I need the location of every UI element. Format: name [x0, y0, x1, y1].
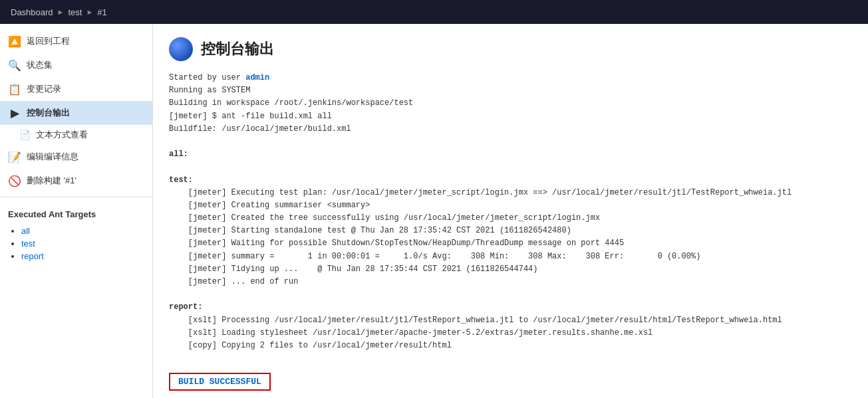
- sidebar-divider: [0, 197, 152, 197]
- console-line: [jmeter] Created the tree successfully u…: [169, 213, 600, 223]
- ant-target-item: all: [21, 225, 144, 237]
- ant-target-item: report: [21, 250, 144, 262]
- console-line: test:: [169, 175, 193, 185]
- ant-target-link[interactable]: test: [21, 239, 35, 249]
- page-title: 控制台输出: [201, 39, 274, 59]
- console-line: Building in workspace /root/.jenkins/wor…: [169, 98, 413, 108]
- sidebar-item-edit[interactable]: 📝 编辑编译信息: [0, 145, 152, 169]
- topbar-dashboard-link[interactable]: Dashboard: [11, 7, 53, 17]
- status-icon: 🔍: [8, 58, 21, 72]
- sidebar-item-edit-label: 编辑编译信息: [27, 151, 78, 163]
- sidebar-item-textview-label: 文本方式查看: [36, 129, 88, 141]
- topbar: Dashboard ► test ► #1: [0, 0, 868, 24]
- sidebar-item-textview[interactable]: 📄 文本方式查看: [0, 125, 152, 145]
- console-line: [jmeter] Creating summariser <summary>: [169, 201, 370, 210]
- sidebar-item-console[interactable]: ▶ 控制台输出: [0, 101, 152, 125]
- build-successful-box: BUILD SUCCESSFUL: [169, 373, 271, 391]
- sidebar-item-back[interactable]: 🔼 返回到工程: [0, 29, 152, 53]
- console-line: all:: [169, 149, 188, 159]
- sidebar-item-delete-label: 删除构建 '#1': [27, 175, 76, 187]
- console-line: [copy] Copying 2 files to /usr/local/jme…: [169, 341, 452, 350]
- console-line: Started by user admin: [169, 73, 269, 82]
- ant-target-link[interactable]: all: [21, 226, 30, 236]
- sidebar-item-changes-label: 变更记录: [27, 83, 61, 95]
- ant-target-link[interactable]: report: [21, 251, 44, 261]
- edit-icon: 📝: [8, 150, 21, 163]
- sidebar-item-changes[interactable]: 📋 变更记录: [0, 77, 152, 101]
- executed-ant-section: Executed Ant Targets alltestreport: [0, 201, 152, 265]
- console-line: [jmeter] $ ant -file build.xml all: [169, 112, 332, 121]
- arrow-up-icon: 🔼: [8, 35, 21, 48]
- console-output-icon: [169, 37, 193, 61]
- textview-icon: 📄: [19, 129, 31, 141]
- console-icon: ▶: [8, 106, 21, 120]
- layout: 🔼 返回到工程 🔍 状态集 📋 变更记录 ▶ 控制台输出 📄 文本方式查看 📝 …: [0, 24, 868, 398]
- sidebar-item-delete[interactable]: 🚫 删除构建 '#1': [0, 169, 152, 193]
- console-output: Started by user admin Running as SYSTEM …: [169, 72, 852, 365]
- console-line: report:: [169, 302, 202, 312]
- sidebar-item-status-label: 状态集: [27, 59, 53, 71]
- topbar-sep2: ►: [86, 8, 93, 16]
- console-line: [xslt] Loading stylesheet /usr/local/jme…: [169, 328, 652, 338]
- topbar-build-link[interactable]: #1: [97, 7, 106, 17]
- console-line: [jmeter] Starting standalone test @ Thu …: [169, 226, 571, 235]
- console-line: [jmeter] Executing test plan: /usr/local…: [169, 188, 792, 197]
- console-line: [jmeter] ... end of run: [169, 277, 298, 286]
- topbar-test-link[interactable]: test: [69, 7, 82, 17]
- sidebar-item-back-label: 返回到工程: [27, 35, 70, 47]
- sidebar-item-console-label: 控制台输出: [27, 107, 70, 119]
- console-line: [jmeter] Tidying up ... @ Thu Jan 28 17:…: [169, 264, 538, 274]
- delete-icon: 🚫: [8, 174, 21, 187]
- console-line: Buildfile: /usr/local/jmeter/build.xml: [169, 124, 351, 134]
- main-content: 控制台输出 Started by user admin Running as S…: [153, 24, 868, 398]
- console-line: Running as SYSTEM: [169, 86, 250, 95]
- ant-target-list: alltestreport: [8, 225, 144, 262]
- page-title-area: 控制台输出: [169, 37, 852, 61]
- console-line: [jmeter] Waiting for possible Shutdown/S…: [169, 239, 624, 248]
- topbar-sep1: ►: [57, 8, 65, 16]
- executed-ant-title: Executed Ant Targets: [8, 209, 144, 219]
- user-link: admin: [245, 73, 269, 82]
- sidebar-item-status[interactable]: 🔍 状态集: [0, 53, 152, 77]
- console-line: [xslt] Processing /usr/local/jmeter/resu…: [169, 316, 782, 325]
- sidebar: 🔼 返回到工程 🔍 状态集 📋 变更记录 ▶ 控制台输出 📄 文本方式查看 📝 …: [0, 24, 153, 398]
- console-line: [jmeter] summary = 1 in 00:00:01 = 1.0/s…: [169, 252, 700, 261]
- changes-icon: 📋: [8, 82, 21, 96]
- ant-target-item: test: [21, 237, 144, 250]
